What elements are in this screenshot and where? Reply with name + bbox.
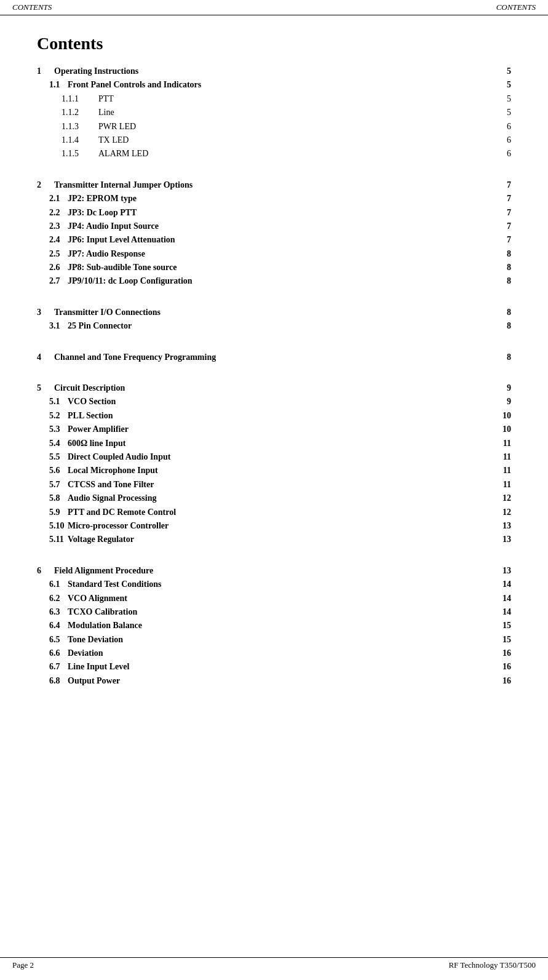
toc-label-s5-3: Power Amplifier (68, 423, 129, 436)
content-area: Contents 1Operating Instructions51.1Fron… (0, 15, 548, 712)
toc-page-s1-1-1: 5 (493, 92, 511, 106)
toc-entry-s3-1: 3.125 Pin Connector8 (37, 319, 511, 333)
toc-label-s5-7: CTCSS and Tone Filter (68, 478, 154, 492)
toc-num-s1-1-1: 1.1.1 (37, 92, 98, 106)
toc-entry-s6: 6Field Alignment Procedure13 (37, 564, 511, 578)
toc-num-s5-7: 5.7 (37, 478, 68, 492)
toc-label-s2: Transmitter Internal Jumper Options (54, 178, 193, 192)
toc-entry-s6-2: 6.2VCO Alignment14 (37, 592, 511, 605)
toc-page-s5: 9 (493, 381, 511, 395)
toc-num-s6: 6 (37, 564, 54, 578)
toc-entry-s6-4: 6.4Modulation Balance15 (37, 619, 511, 632)
toc-page-s5-1: 9 (493, 395, 511, 408)
toc-entry-s5-8: 5.8Audio Signal Processing12 (37, 492, 511, 505)
toc-entry-s2-1: 2.1JP2: EPROM type7 (37, 192, 511, 205)
toc-page-s3: 8 (493, 306, 511, 319)
toc-num-s2-5: 2.5 (37, 247, 68, 261)
toc-page-s2-2: 7 (493, 206, 511, 220)
toc-label-s6-2: VCO Alignment (68, 592, 127, 605)
toc-page-s5-10: 13 (493, 519, 511, 533)
toc-num-s5-6: 5.6 (37, 464, 68, 477)
toc-label-s1-1: Front Panel Controls and Indicators (68, 78, 201, 92)
toc-entry-s3: 3Transmitter I/O Connections8 (37, 306, 511, 319)
toc-num-s2-7: 2.7 (37, 274, 68, 288)
toc-num-s6-3: 6.3 (37, 605, 68, 619)
toc-entry-s5-4: 5.4600Ω line Input11 (37, 437, 511, 450)
toc-num-s5-9: 5.9 (37, 506, 68, 519)
toc-entry-s5-10: 5.10Micro-processor Controller13 (37, 519, 511, 533)
toc-page-s1-1-2: 5 (493, 106, 511, 119)
toc-entry-s6-6: 6.6Deviation16 (37, 647, 511, 660)
toc-label-s6-6: Deviation (68, 647, 103, 660)
toc-num-s5-10: 5.10 (37, 519, 68, 533)
toc-page-s6-5: 15 (493, 633, 511, 647)
page-footer: Page 2 RF Technology T350/T500 (0, 957, 548, 970)
toc-section: 1Operating Instructions51.1Front Panel C… (37, 65, 511, 688)
toc-entry-s6-5: 6.5Tone Deviation15 (37, 633, 511, 647)
toc-page-s6-1: 14 (493, 578, 511, 591)
header-left: CONTENTS (12, 2, 52, 12)
toc-page-s1-1: 5 (493, 78, 511, 92)
toc-num-s1-1-4: 1.1.4 (37, 133, 98, 147)
toc-label-s2-6: JP8: Sub-audible Tone source (68, 261, 177, 274)
toc-page-s5-2: 10 (493, 409, 511, 423)
toc-page-s2-1: 7 (493, 192, 511, 205)
toc-num-s1: 1 (37, 65, 54, 78)
toc-label-s6-4: Modulation Balance (68, 619, 142, 632)
toc-label-s5-5: Direct Coupled Audio Input (68, 450, 170, 464)
toc-label-s5-11: Voltage Regulator (68, 533, 134, 546)
toc-label-s5-8: Audio Signal Processing (68, 492, 156, 505)
toc-num-s6-7: 6.7 (37, 660, 68, 674)
toc-num-s5-3: 5.3 (37, 423, 68, 436)
toc-num-s2-2: 2.2 (37, 206, 68, 220)
toc-num-s5-4: 5.4 (37, 437, 68, 450)
toc-num-s6-2: 6.2 (37, 592, 68, 605)
toc-label-s2-4: JP6: Input Level Attenuation (68, 233, 175, 247)
toc-num-s5-5: 5.5 (37, 450, 68, 464)
toc-entry-s6-3: 6.3TCXO Calibration14 (37, 605, 511, 619)
toc-label-s1-1-2: Line (98, 106, 114, 119)
toc-entry-s2-7: 2.7JP9/10/11: dc Loop Configuration8 (37, 274, 511, 288)
toc-entry-s1-1-3: 1.1.3PWR LED6 (37, 120, 511, 133)
toc-page-s1-1-4: 6 (493, 133, 511, 147)
toc-num-s5-2: 5.2 (37, 409, 68, 423)
toc-label-s2-5: JP7: Audio Response (68, 247, 145, 261)
toc-page-s5-5: 11 (493, 450, 511, 464)
toc-page-s5-8: 12 (493, 492, 511, 505)
toc-label-s2-7: JP9/10/11: dc Loop Configuration (68, 274, 193, 288)
footer-left: Page 2 (12, 960, 34, 970)
toc-page-s3-1: 8 (493, 319, 511, 333)
toc-num-s1-1: 1.1 (37, 78, 68, 92)
toc-num-s6-6: 6.6 (37, 647, 68, 660)
toc-page-s6-3: 14 (493, 605, 511, 619)
toc-label-s6-5: Tone Deviation (68, 633, 123, 647)
page-container: CONTENTS CONTENTS Contents 1Operating In… (0, 0, 548, 980)
toc-label-s6-3: TCXO Calibration (68, 605, 137, 619)
toc-entry-s1: 1Operating Instructions5 (37, 65, 511, 78)
footer-right: RF Technology T350/T500 (448, 960, 536, 970)
toc-page-s2-3: 7 (493, 220, 511, 233)
toc-num-s3-1: 3.1 (37, 319, 68, 333)
toc-entry-s2-4: 2.4JP6: Input Level Attenuation7 (37, 233, 511, 247)
toc-entry-s5-2: 5.2PLL Section10 (37, 409, 511, 423)
toc-page-s2: 7 (493, 178, 511, 192)
toc-num-s4: 4 (37, 351, 54, 364)
toc-label-s5: Circuit Description (54, 381, 125, 395)
toc-page-s5-7: 11 (493, 478, 511, 492)
toc-label-s5-2: PLL Section (68, 409, 113, 423)
toc-entry-s5-7: 5.7CTCSS and Tone Filter11 (37, 478, 511, 492)
toc-num-s5-8: 5.8 (37, 492, 68, 505)
toc-page-s6-4: 15 (493, 619, 511, 632)
toc-label-s4: Channel and Tone Frequency Programming (54, 351, 216, 364)
toc-num-s1-1-5: 1.1.5 (37, 147, 98, 161)
toc-num-s3: 3 (37, 306, 54, 319)
toc-num-s1-1-2: 1.1.2 (37, 106, 98, 119)
toc-entry-s2-6: 2.6JP8: Sub-audible Tone source8 (37, 261, 511, 274)
toc-label-s5-4: 600Ω line Input (68, 437, 125, 450)
toc-page-s6-7: 16 (493, 660, 511, 674)
toc-num-s6-4: 6.4 (37, 619, 68, 632)
toc-label-s2-3: JP4: Audio Input Source (68, 220, 159, 233)
toc-num-s5-1: 5.1 (37, 395, 68, 408)
toc-entry-s5-11: 5.11Voltage Regulator13 (37, 533, 511, 546)
toc-page-s5-9: 12 (493, 506, 511, 519)
